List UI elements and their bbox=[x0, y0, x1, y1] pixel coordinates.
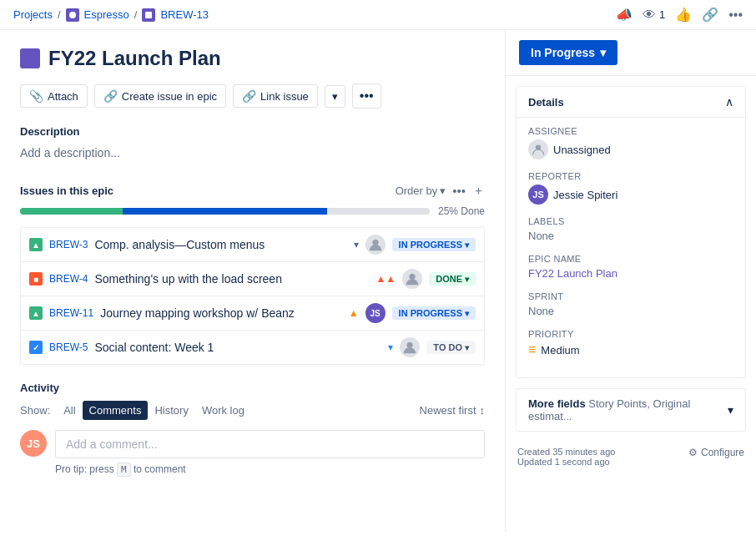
issue-key[interactable]: BREW-11 bbox=[49, 307, 93, 319]
epic-name-value[interactable]: FY22 Launch Plan bbox=[528, 267, 733, 280]
issue-assignee bbox=[365, 235, 386, 255]
activity-title: Activity bbox=[20, 382, 485, 394]
svg-rect-1 bbox=[145, 12, 152, 18]
more-fields-section[interactable]: More fields Story Points, Original estim… bbox=[516, 388, 746, 432]
announce-button[interactable]: 📣 bbox=[616, 7, 633, 23]
like-icon: 👍 bbox=[675, 7, 692, 23]
reporter-field: Reporter JS Jessie Spiteri bbox=[528, 171, 733, 205]
like-button[interactable]: 👍 bbox=[675, 7, 692, 23]
toolbar: 📎 Attach 🔗 Create issue in epic 🔗 Link i… bbox=[20, 83, 485, 109]
watch-icon: 👁 bbox=[643, 8, 656, 23]
priority-up-icon: ▲▲ bbox=[375, 273, 396, 285]
issues-actions: Order by ▾ ••• ＋ bbox=[396, 183, 485, 199]
epic-title: FY22 Launch Plan bbox=[48, 47, 221, 70]
priority-chevron-down-icon: ▾ bbox=[354, 239, 359, 250]
priority-label: Priority bbox=[528, 329, 733, 339]
issue-type-bug-icon: ■ bbox=[29, 272, 43, 286]
table-row[interactable]: ■ BREW-4 Something's up with the load sc… bbox=[21, 262, 484, 296]
priority-down-icon: ▾ bbox=[388, 341, 393, 353]
add-issue-button[interactable]: ＋ bbox=[472, 183, 485, 199]
left-panel: FY22 Launch Plan 📎 Attach 🔗 Create issue… bbox=[0, 30, 506, 532]
order-by-button[interactable]: Order by ▾ bbox=[396, 185, 446, 197]
status-chevron-icon: ▾ bbox=[600, 46, 606, 59]
svg-point-4 bbox=[407, 342, 413, 348]
details-title: Details bbox=[528, 96, 564, 109]
table-row[interactable]: ✓ BREW-5 Social content: Week 1 ▾ TO DO … bbox=[21, 331, 484, 364]
comment-area: JS Add a comment... bbox=[20, 430, 485, 458]
issue-type-story-icon: ▲ bbox=[29, 306, 43, 320]
share-icon: 🔗 bbox=[702, 7, 718, 23]
toolbar-more-button[interactable]: ••• bbox=[352, 83, 381, 109]
issues-more-button[interactable]: ••• bbox=[452, 184, 466, 198]
tab-work-log[interactable]: Work log bbox=[195, 401, 251, 420]
pro-tip: Pro tip: press M to comment bbox=[55, 463, 485, 475]
issues-header: Issues in this epic Order by ▾ ••• ＋ bbox=[20, 183, 485, 199]
activity-show-label: Show: bbox=[20, 404, 50, 417]
more-fields-text: More fields Story Points, Original estim… bbox=[528, 397, 728, 422]
status-badge[interactable]: IN PROGRESS ▾ bbox=[392, 238, 476, 251]
issue-assignee: JS bbox=[365, 303, 386, 323]
watch-button[interactable]: 👁 1 bbox=[643, 8, 665, 23]
breadcrumb: Projects / Espresso / BREW-13 bbox=[13, 8, 209, 22]
labels-value[interactable]: None bbox=[528, 230, 733, 242]
issues-list: ▲ BREW-3 Comp. analysis—Custom menus ▾ I… bbox=[20, 227, 485, 365]
breadcrumb-espresso[interactable]: Espresso bbox=[84, 8, 129, 21]
details-header[interactable]: Details ∧ bbox=[517, 87, 745, 118]
created-text: Created 35 minutes ago bbox=[517, 447, 615, 457]
assignee-value[interactable]: Unassigned bbox=[528, 139, 733, 159]
issue-assignee bbox=[400, 337, 420, 357]
main-layout: FY22 Launch Plan 📎 Attach 🔗 Create issue… bbox=[0, 30, 756, 532]
chevron-down-icon: ▾ bbox=[440, 185, 446, 197]
reporter-value[interactable]: JS Jessie Spiteri bbox=[528, 185, 733, 205]
priority-up-icon: ▲ bbox=[349, 307, 359, 319]
tab-comments[interactable]: Comments bbox=[83, 401, 149, 420]
attach-button[interactable]: 📎 Attach bbox=[20, 84, 88, 108]
newest-first-label: Newest first bbox=[420, 404, 476, 417]
comment-placeholder: Add a comment... bbox=[66, 437, 158, 451]
issue-key[interactable]: BREW-3 bbox=[49, 239, 88, 250]
reporter-avatar: JS bbox=[528, 185, 548, 205]
create-issue-button[interactable]: 🔗 Create issue in epic bbox=[94, 84, 226, 108]
share-button[interactable]: 🔗 bbox=[702, 7, 718, 23]
comment-input[interactable]: Add a comment... bbox=[55, 430, 485, 458]
issue-key[interactable]: BREW-4 bbox=[49, 273, 88, 285]
order-by-label: Order by bbox=[396, 185, 438, 197]
issue-summary: Something's up with the load screen bbox=[94, 272, 369, 286]
issue-assignee bbox=[402, 269, 422, 289]
breadcrumb-projects[interactable]: Projects bbox=[13, 8, 53, 21]
breadcrumb-issue[interactable]: BREW-13 bbox=[160, 8, 209, 21]
status-badge[interactable]: TO DO ▾ bbox=[426, 341, 476, 354]
sprint-field: Sprint None bbox=[528, 291, 733, 317]
user-avatar: JS bbox=[20, 430, 47, 457]
status-badge[interactable]: IN PROGRESS ▾ bbox=[392, 306, 476, 320]
table-row[interactable]: ▲ BREW-11 Journey mapping workshop w/ Be… bbox=[21, 296, 484, 331]
sort-button[interactable]: Newest first ↕ bbox=[420, 404, 485, 417]
create-issue-icon: 🔗 bbox=[103, 89, 118, 103]
status-chevron-icon: ▾ bbox=[465, 240, 469, 250]
link-issue-button[interactable]: 🔗 Link issue bbox=[233, 84, 318, 108]
more-actions-button[interactable]: ••• bbox=[728, 8, 743, 23]
tab-history[interactable]: History bbox=[148, 401, 194, 420]
issue-key[interactable]: BREW-5 bbox=[49, 341, 88, 353]
keyboard-shortcut: M bbox=[117, 463, 131, 477]
tab-all[interactable]: All bbox=[57, 401, 82, 420]
epic-color-indicator bbox=[20, 48, 40, 68]
assignee-label: Assignee bbox=[528, 126, 733, 136]
priority-value[interactable]: ≡ Medium bbox=[528, 342, 733, 357]
watch-count: 1 bbox=[659, 8, 665, 21]
activity-section: Activity Show: All Comments History Work… bbox=[20, 382, 485, 475]
details-section: Details ∧ Assignee Unassigned Report bbox=[516, 86, 746, 378]
sprint-value[interactable]: None bbox=[528, 305, 733, 317]
updated-text: Updated 1 second ago bbox=[517, 457, 615, 467]
configure-button[interactable]: ⚙ Configure bbox=[688, 447, 744, 458]
top-navigation: Projects / Espresso / BREW-13 📣 👁 1 👍 🔗 … bbox=[0, 0, 756, 30]
description-label: Description bbox=[20, 125, 485, 138]
status-badge[interactable]: DONE ▾ bbox=[429, 272, 476, 286]
svg-point-0 bbox=[69, 12, 76, 18]
toolbar-dropdown-button[interactable]: ▾ bbox=[325, 85, 345, 108]
description-placeholder[interactable]: Add a description... bbox=[20, 143, 485, 163]
espresso-project-icon bbox=[66, 8, 79, 22]
table-row[interactable]: ▲ BREW-3 Comp. analysis—Custom menus ▾ I… bbox=[21, 228, 484, 262]
status-button[interactable]: In Progress ▾ bbox=[519, 40, 617, 65]
progress-inprogress-segment bbox=[123, 208, 327, 215]
